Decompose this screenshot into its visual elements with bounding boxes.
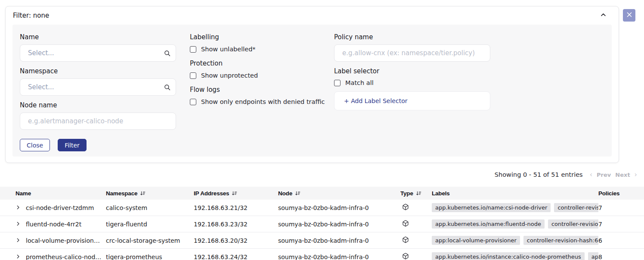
match-all-checkbox[interactable] — [334, 80, 341, 86]
chevron-right-icon — [15, 204, 21, 211]
show-unlabelled-checkbox[interactable] — [190, 46, 196, 53]
filter-button[interactable]: Filter — [58, 139, 87, 151]
label-chip: app.kubernetes.io/instance:calico-node-p… — [432, 252, 585, 260]
flow-logs-label: Flow logs — [190, 86, 332, 94]
endpoint-name: local-volume-provisioner-… — [26, 237, 106, 244]
endpoint-node: soumya-bz-0zbo-kadm-infra-0 — [278, 221, 400, 228]
label-chip: controller-revisi… — [554, 203, 598, 212]
column-header-policies: Policies — [598, 190, 644, 197]
label-chip: app.kubernetes.io/name:csi-node-driver — [432, 203, 551, 212]
close-icon — [627, 12, 632, 19]
endpoint-labels: app.kubernetes.io/name:csi-node-driverco… — [432, 203, 598, 212]
label-chip: app:local-volume-provisioner — [432, 236, 520, 245]
column-header-label: Labels — [432, 190, 450, 197]
node-name-field[interactable] — [20, 113, 176, 130]
policy-name-input[interactable] — [334, 44, 490, 62]
pagination-summary: Showing 0 - 51 of 51 entries — [495, 171, 583, 178]
column-header-namespace[interactable]: Namespace — [106, 190, 194, 197]
expand-row-button[interactable] — [15, 237, 26, 244]
sort-icon — [295, 191, 300, 196]
show-unlabelled-label: Show unlabelled* — [201, 46, 256, 53]
endpoint-namespace: calico-system — [106, 204, 194, 211]
column-header-ip-addresses[interactable]: IP Addresses — [194, 190, 278, 197]
endpoint-node: soumya-bz-0zbo-kadm-infra-0 — [278, 254, 400, 260]
name-select[interactable] — [20, 44, 176, 62]
endpoint-namespace: tigera-fluentd — [106, 221, 194, 228]
label-chip: controller-revision-… — [548, 219, 598, 229]
filter-card: Filter: none Name Namespace — [5, 6, 619, 163]
column-header-label: IP Addresses — [194, 190, 229, 197]
next-chevron-icon[interactable]: › — [635, 171, 637, 178]
column-header-label: Policies — [598, 190, 619, 197]
endpoint-policies-count: 8 — [598, 254, 644, 260]
prev-button[interactable]: Prev — [597, 172, 611, 178]
table-header-row: NameNamespace IP Addresses Node Type Lab… — [0, 187, 644, 200]
name-label: Name — [20, 33, 176, 41]
expand-row-button[interactable] — [15, 221, 26, 228]
endpoint-ip: 192.168.63.24/32 — [194, 254, 278, 260]
endpoint-ip: 192.168.63.21/32 — [194, 204, 278, 211]
endpoint-policies-count: 7 — [598, 204, 644, 211]
match-all-checkbox-row: Match all — [334, 79, 490, 86]
policy-name-label: Policy name — [334, 33, 490, 41]
namespace-label: Namespace — [20, 67, 176, 75]
pod-cube-icon — [402, 236, 409, 244]
expand-row-button[interactable] — [15, 204, 26, 211]
table-row: local-volume-provisioner-… crc-local-sto… — [0, 232, 644, 249]
table-row: fluentd-node-4rr2t tigera-fluentd 192.16… — [0, 216, 644, 232]
sort-icon — [232, 191, 237, 196]
endpoint-type — [400, 253, 432, 260]
namespace-select-input[interactable] — [20, 78, 176, 96]
endpoint-node: soumya-bz-0zbo-kadm-infra-0 — [278, 204, 400, 211]
node-name-label: Node name — [20, 101, 176, 109]
sort-icon — [140, 191, 146, 196]
label-chip: app.… — [588, 252, 598, 260]
filter-title: Filter: none — [12, 12, 49, 19]
endpoint-policies-count: 7 — [598, 221, 644, 228]
name-select-input[interactable] — [20, 44, 176, 62]
dismiss-filter-button[interactable] — [623, 9, 635, 22]
chevron-right-icon — [15, 221, 21, 228]
column-header-label: Type — [400, 190, 413, 197]
column-header-label: Name — [15, 190, 31, 197]
table-row: prometheus-calico-node-… tigera-promethe… — [0, 249, 644, 260]
expand-row-button[interactable] — [15, 254, 26, 260]
add-label-selector-button[interactable]: + Add Label Selector — [334, 91, 490, 110]
filter-form: Name Namespace Node name Close Filt — [12, 25, 612, 157]
column-header-type[interactable]: Type — [400, 190, 432, 197]
show-unprotected-label: Show unprotected — [201, 72, 258, 79]
pod-cube-icon — [402, 204, 409, 212]
column-header-node[interactable]: Node — [278, 190, 400, 197]
endpoint-name: csi-node-driver-tzdmm — [26, 204, 106, 211]
sort-icon — [416, 191, 421, 196]
endpoint-type — [400, 204, 432, 212]
prev-chevron-icon[interactable]: ‹ — [590, 171, 592, 178]
policy-name-field[interactable] — [334, 44, 490, 62]
column-header-name: Name — [15, 190, 106, 197]
show-unprotected-checkbox[interactable] — [190, 72, 196, 79]
endpoint-name: fluentd-node-4rr2t — [26, 221, 106, 228]
endpoint-ip: 192.168.63.20/32 — [194, 237, 278, 244]
column-header-label: Node — [278, 190, 292, 197]
endpoint-type — [400, 220, 432, 228]
node-name-input[interactable] — [20, 113, 176, 130]
chevron-right-icon — [15, 254, 21, 260]
denied-traffic-checkbox[interactable] — [190, 99, 196, 105]
endpoint-node: soumya-bz-0zbo-kadm-infra-0 — [278, 237, 400, 244]
close-button[interactable]: Close — [20, 139, 50, 151]
endpoint-namespace: tigera-prometheus — [106, 254, 194, 260]
chevron-right-icon — [15, 237, 21, 244]
next-button[interactable]: Next — [615, 172, 630, 178]
endpoint-namespace: crc-local-storage-system — [106, 237, 194, 244]
endpoint-labels: app.kubernetes.io/instance:calico-node-p… — [432, 252, 598, 260]
endpoint-labels: app.kubernetes.io/name:fluentd-nodecontr… — [432, 219, 598, 229]
label-chip: controller-revision-hash:65… — [523, 236, 598, 245]
endpoint-labels: app:local-volume-provisionercontroller-r… — [432, 236, 598, 245]
pagination: Showing 0 - 51 of 51 entries ‹ Prev Next… — [495, 171, 637, 178]
column-header-labels: Labels — [432, 190, 598, 197]
label-selector-label: Label selector — [334, 67, 490, 75]
collapse-panel-button[interactable] — [598, 10, 609, 21]
endpoint-name: prometheus-calico-node-… — [26, 254, 106, 260]
namespace-select[interactable] — [20, 78, 176, 96]
endpoint-type — [400, 236, 432, 244]
